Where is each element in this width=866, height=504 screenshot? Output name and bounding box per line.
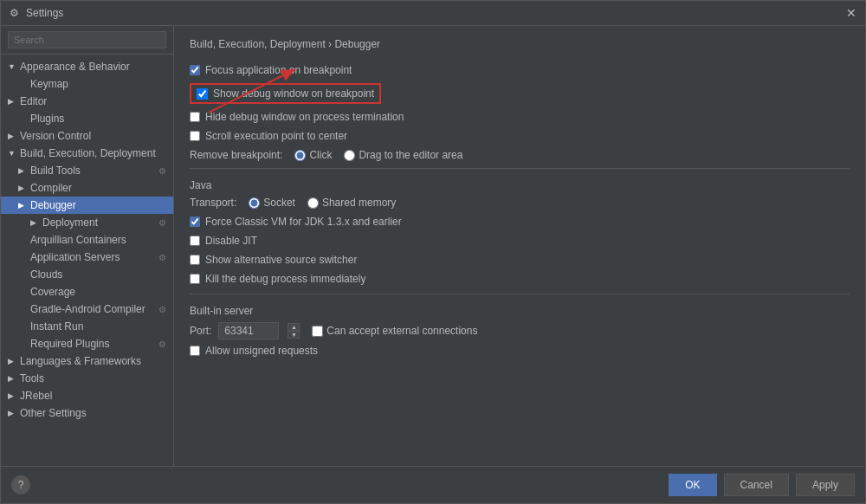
transport-shared-radio[interactable] [307, 197, 319, 209]
sidebar-item-keymap[interactable]: Keymap [1, 75, 173, 93]
transport-row: Transport: Socket Shared memory [190, 197, 850, 209]
sidebar-item-deployment[interactable]: ▶ Deployment ⚙ [1, 214, 173, 231]
main-layout: ▼ Appearance & Behavior Keymap ▶ Editor … [1, 26, 865, 466]
port-up-button[interactable]: ▲ [288, 323, 300, 331]
hide-debug-checkbox[interactable] [190, 112, 200, 122]
arrow-icon: ▶ [18, 166, 27, 175]
bottom-bar: ? OK Cancel Apply [1, 466, 865, 503]
sidebar-item-build-exec[interactable]: ▼ Build, Execution, Deployment [1, 145, 173, 162]
sidebar-item-label: Gradle-Android Compiler [30, 303, 145, 315]
sidebar-item-appearance[interactable]: ▼ Appearance & Behavior [1, 58, 173, 75]
arrow-icon: ▼ [8, 62, 16, 71]
scroll-exec-checkbox[interactable] [190, 131, 200, 141]
sidebar-item-label: JRebel [20, 390, 52, 402]
sidebar-item-editor[interactable]: ▶ Editor [1, 93, 173, 110]
apply-button[interactable]: Apply [796, 474, 855, 496]
sidebar-item-label: Tools [20, 372, 44, 384]
remove-bp-drag-label: Drag to the editor area [359, 149, 462, 161]
gear-icon: ⚙ [158, 305, 166, 314]
hide-debug-label: Hide debug window on process termination [205, 111, 404, 123]
disable-jit-row: Disable JIT [190, 233, 850, 249]
port-input[interactable]: 63341 [218, 322, 279, 339]
scroll-exec-row: Scroll execution point to center [190, 128, 850, 144]
port-down-button[interactable]: ▼ [288, 331, 300, 339]
sidebar-item-version-control[interactable]: ▶ Version Control [1, 127, 173, 145]
sidebar-item-label: Appearance & Behavior [20, 61, 130, 73]
sidebar-item-plugins[interactable]: Plugins [1, 110, 173, 127]
sidebar-item-label: Coverage [30, 286, 75, 298]
kill-debug-checkbox[interactable] [190, 274, 200, 284]
sidebar-item-gradle-android[interactable]: Gradle-Android Compiler ⚙ [1, 300, 173, 318]
sidebar-item-compiler[interactable]: ▶ Compiler [1, 179, 173, 197]
sidebar-item-coverage[interactable]: Coverage [1, 283, 173, 300]
sidebar-item-build-tools[interactable]: ▶ Build Tools ⚙ [1, 162, 173, 179]
allow-unsigned-checkbox[interactable] [190, 346, 200, 356]
arrow-icon: ▶ [30, 218, 39, 227]
gear-icon: ⚙ [158, 339, 166, 349]
transport-socket-radio[interactable] [249, 197, 260, 209]
sidebar-item-label: Application Servers [30, 251, 120, 263]
window-title: Settings [26, 7, 63, 19]
show-alt-row: Show alternative source switcher [190, 252, 850, 268]
settings-icon: ⚙ [10, 7, 19, 19]
sidebar-item-debugger[interactable]: ▶ Debugger [1, 197, 173, 214]
gear-icon: ⚙ [158, 253, 166, 262]
help-button[interactable]: ? [11, 475, 30, 494]
sidebar-item-jrebel[interactable]: ▶ JRebel [1, 387, 173, 404]
main-content: Build, Execution, Deployment › Debugger … [174, 26, 865, 466]
sidebar-item-label: Build Tools [30, 165, 81, 177]
remove-bp-click-radio[interactable] [294, 150, 306, 161]
allow-unsigned-row: Allow unsigned requests [190, 343, 850, 359]
sidebar-tree: ▼ Appearance & Behavior Keymap ▶ Editor … [1, 55, 173, 466]
sidebar-item-label: Build, Execution, Deployment [20, 147, 156, 159]
sidebar-item-instant-run[interactable]: Instant Run [1, 318, 173, 335]
disable-jit-checkbox[interactable] [190, 236, 200, 246]
transport-socket-label: Socket [263, 197, 295, 209]
port-spinner: ▲ ▼ [288, 323, 300, 339]
arrow-icon: ▶ [8, 132, 16, 140]
title-bar-left: ⚙ Settings [10, 7, 63, 19]
show-debug-checkbox[interactable] [197, 88, 208, 100]
sidebar-item-label: Required Plugins [30, 338, 109, 350]
disable-jit-label: Disable JIT [205, 235, 257, 247]
sidebar-item-label: Deployment [42, 216, 98, 229]
sidebar-item-app-servers[interactable]: Application Servers ⚙ [1, 249, 173, 266]
sidebar-item-label: Languages & Frameworks [20, 355, 141, 367]
sidebar-item-label: Arquillian Containers [30, 234, 126, 246]
sidebar-item-tools[interactable]: ▶ Tools [1, 370, 173, 387]
ok-button[interactable]: OK [669, 474, 716, 496]
sidebar-item-label: Compiler [30, 182, 72, 194]
can-accept-group: Can accept external connections [312, 325, 477, 337]
arrow-icon: ▶ [8, 374, 16, 383]
sidebar-item-label: Plugins [30, 113, 64, 125]
gear-icon: ⚙ [158, 218, 166, 228]
force-classic-row: Force Classic VM for JDK 1.3.x and earli… [190, 214, 850, 229]
arrow-icon: ▶ [8, 409, 16, 417]
sidebar-item-label: Clouds [30, 268, 62, 281]
close-button[interactable]: ✕ [846, 6, 856, 20]
scroll-exec-label: Scroll execution point to center [205, 130, 347, 142]
focus-app-row: Focus application on breakpoint [190, 62, 850, 78]
sidebar-item-languages[interactable]: ▶ Languages & Frameworks [1, 352, 173, 370]
breadcrumb: Build, Execution, Deployment › Debugger [190, 38, 850, 50]
remove-bp-drag-radio[interactable] [344, 150, 355, 161]
cancel-button[interactable]: Cancel [724, 474, 789, 496]
focus-app-checkbox[interactable] [190, 65, 200, 75]
remove-breakpoint-label: Remove breakpoint: [190, 149, 282, 161]
sidebar-item-clouds[interactable]: Clouds [1, 266, 173, 283]
remove-bp-click-label: Click [309, 149, 332, 161]
sidebar-item-arquillian[interactable]: Arquillian Containers [1, 231, 173, 249]
show-alt-checkbox[interactable] [190, 255, 200, 265]
gear-icon: ⚙ [158, 166, 166, 176]
sidebar: ▼ Appearance & Behavior Keymap ▶ Editor … [1, 26, 174, 466]
arrow-icon: ▶ [8, 391, 16, 400]
sidebar-item-required-plugins[interactable]: Required Plugins ⚙ [1, 335, 173, 352]
can-accept-checkbox[interactable] [312, 326, 323, 337]
search-input[interactable] [8, 31, 166, 48]
can-accept-label: Can accept external connections [326, 325, 477, 337]
sidebar-item-other-settings[interactable]: ▶ Other Settings [1, 404, 173, 422]
allow-unsigned-label: Allow unsigned requests [205, 345, 318, 357]
kill-debug-row: Kill the debug process immediately [190, 271, 850, 287]
force-classic-checkbox[interactable] [190, 216, 200, 227]
separator-1 [190, 168, 850, 169]
